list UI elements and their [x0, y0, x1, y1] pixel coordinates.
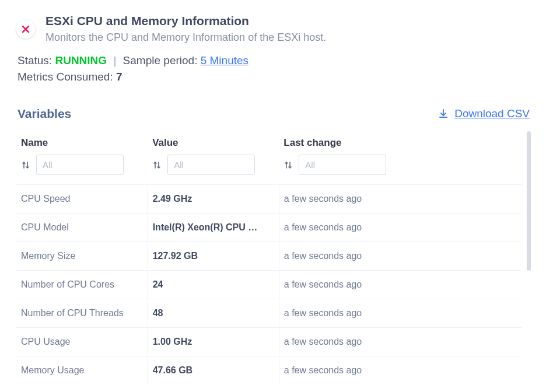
scrollbar[interactable]	[527, 131, 531, 384]
close-icon	[22, 25, 30, 33]
scrollbar-thumb[interactable]	[527, 131, 531, 271]
cell-last-change: a few seconds ago	[279, 299, 522, 328]
cell-last-change: a few seconds ago	[279, 356, 522, 385]
cell-last-change: a few seconds ago	[279, 328, 522, 356]
cell-value: 127.92 GB	[148, 242, 279, 271]
status-label: Status:	[18, 54, 52, 66]
divider: |	[113, 54, 116, 66]
download-csv-label: Download CSV	[454, 107, 530, 120]
table-row[interactable]: Number of CPU Threads48a few seconds ago	[16, 299, 522, 328]
filter-input-last-change[interactable]	[299, 155, 386, 175]
cell-name: CPU Usage	[16, 328, 148, 356]
cell-name: Memory Usage	[16, 356, 148, 385]
cell-name: Memory Size	[16, 242, 148, 271]
sort-icon[interactable]	[152, 160, 162, 170]
table-row[interactable]: CPU Usage1.00 GHza few seconds ago	[16, 328, 522, 356]
table-row[interactable]: CPU ModelIntel(R) Xeon(R) CPU …a few sec…	[16, 214, 522, 242]
cell-last-change: a few seconds ago	[279, 185, 522, 214]
variables-heading: Variables	[18, 107, 71, 121]
cell-name: Number of CPU Cores	[16, 271, 148, 299]
table-row[interactable]: Memory Usage47.66 GBa few seconds ago	[16, 356, 522, 385]
sample-period-link[interactable]: 5 Minutes	[201, 54, 249, 66]
filter-input-value[interactable]	[167, 155, 255, 175]
download-csv-link[interactable]: Download CSV	[438, 107, 530, 120]
cell-name: CPU Speed	[16, 185, 148, 214]
cell-name: Number of CPU Threads	[16, 299, 148, 328]
filter-input-name[interactable]	[36, 155, 124, 175]
status-value: RUNNING	[55, 54, 107, 66]
column-header-value[interactable]: Value	[148, 131, 279, 151]
cell-value: 1.00 GHz	[148, 328, 279, 356]
download-icon	[438, 108, 449, 119]
sort-icon[interactable]	[21, 160, 30, 170]
table-row[interactable]: Number of CPU Cores24a few seconds ago	[16, 271, 522, 299]
cell-value: 48	[148, 299, 279, 328]
metrics-consumed-value: 7	[116, 71, 123, 83]
page-subtitle: Monitors the CPU and Memory Information …	[46, 32, 326, 44]
cell-name: CPU Model	[16, 214, 148, 242]
variables-table: Name Value Last change	[16, 131, 522, 384]
page-title: ESXi CPU and Memory Information	[46, 14, 326, 28]
cell-value: 24	[148, 271, 279, 299]
close-button[interactable]	[16, 20, 35, 38]
metrics-consumed-label: Metrics Consumed:	[18, 71, 113, 83]
cell-value: 47.66 GB	[148, 356, 279, 385]
cell-last-change: a few seconds ago	[279, 271, 522, 299]
column-header-last-change[interactable]: Last change	[279, 131, 522, 151]
table-row[interactable]: CPU Speed2.49 GHza few seconds ago	[16, 185, 522, 214]
sample-period-label: Sample period:	[123, 54, 198, 66]
cell-last-change: a few seconds ago	[279, 242, 522, 271]
cell-value: 2.49 GHz	[148, 185, 279, 214]
column-header-name[interactable]: Name	[16, 131, 148, 151]
sort-icon[interactable]	[284, 160, 293, 170]
cell-value: Intel(R) Xeon(R) CPU …	[148, 214, 279, 242]
cell-last-change: a few seconds ago	[279, 214, 522, 242]
table-row[interactable]: Memory Size127.92 GBa few seconds ago	[16, 242, 522, 271]
